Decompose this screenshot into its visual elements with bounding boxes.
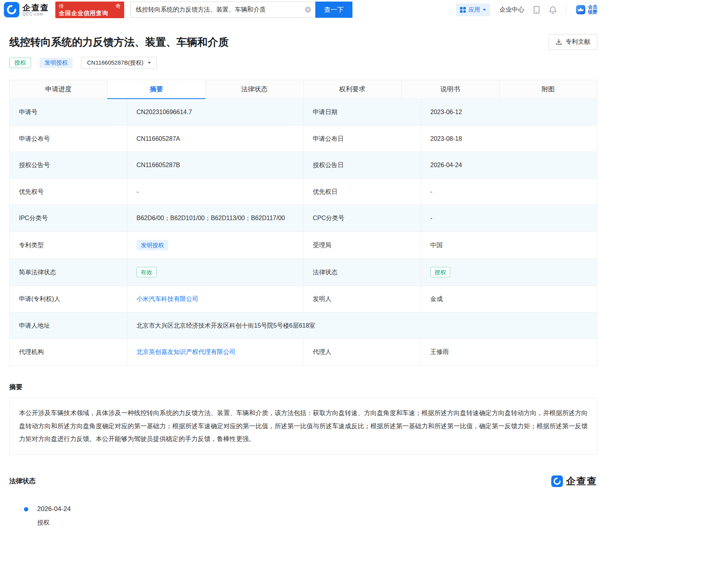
field-value: 2023-08-18 — [421, 125, 597, 152]
apps-menu[interactable]: 应用 — [456, 3, 490, 16]
logo-name: 企查查 — [22, 3, 49, 12]
chevron-down-icon — [148, 62, 151, 64]
tab-claims[interactable]: 权利要求 — [304, 80, 402, 99]
field-value: CN116605287B — [127, 152, 303, 179]
mobile-app-icon[interactable] — [533, 6, 540, 14]
page-title: 线控转向系统的力反馈方法、装置、车辆和介质 — [9, 35, 229, 49]
apps-label: 应用 — [468, 6, 480, 14]
applicant-link[interactable]: 小米汽车科技有限公司 — [137, 296, 198, 302]
apps-grid-icon — [460, 7, 466, 13]
patent-document-label: 专利文献 — [566, 38, 590, 46]
enterprise-center-link[interactable]: 企业中心 — [499, 6, 524, 14]
page: 企查查 QCC.com 传 奇 全国企业信用查询 ✕ 查一下 应用 — [0, 0, 607, 588]
timeline-dot-icon — [24, 507, 28, 511]
field-value: 北京英创嘉友知识产权代理有限公司 — [127, 339, 303, 366]
tab-description[interactable]: 说明书 — [402, 80, 499, 99]
patent-type-badge: 发明授权 — [137, 240, 168, 250]
clear-search-icon[interactable]: ✕ — [305, 7, 311, 13]
field-value: 小米汽车科技有限公司 — [127, 285, 303, 312]
tab-drawings[interactable]: 附图 — [499, 80, 597, 99]
download-icon — [556, 39, 562, 45]
field-value: B62D6/00；B62D101/00；B62D113/00；B62D117/0… — [127, 205, 303, 232]
vip-icon — [576, 5, 586, 15]
field-label: 申请公布号 — [10, 125, 127, 152]
table-row: 申请号CN202310696614.7申请日期2023-06-12 — [10, 99, 597, 126]
qcc-watermark-logo: 企查查 — [551, 475, 597, 487]
table-row: IPC分类号B62D6/00；B62D101/00；B62D113/00；B62… — [10, 205, 597, 232]
search-input[interactable] — [130, 2, 315, 18]
table-row: 专利类型发明授权受理局中国 — [10, 231, 597, 258]
table-row: 申请人地址北京市大兴区北京经济技术开发区科创十街15号院5号楼6层618室 — [10, 312, 597, 339]
promo-badge[interactable]: 传 奇 全国企业信用查询 — [55, 2, 124, 18]
notification-bell-icon[interactable] — [549, 6, 557, 14]
qcc-logo-icon — [4, 2, 19, 17]
promo-left: 传 — [59, 3, 64, 9]
legal-status-timeline: 2026-04-24 授权 — [24, 505, 597, 527]
field-label: 申请人地址 — [10, 312, 127, 339]
table-row: 申请公布号CN116605287A申请公布日2023-08-18 — [10, 125, 597, 152]
promo-slogan: 全国企业信用查询 — [59, 9, 121, 17]
field-label: 授权公告日 — [303, 152, 421, 179]
field-label: 申请(专利权)人 — [10, 285, 127, 312]
field-value: CN116605287A — [127, 125, 303, 152]
table-row: 简单法律状态有效法律状态授权 — [10, 258, 597, 285]
qcc-logo[interactable]: 企查查 QCC.com — [4, 2, 49, 17]
table-row: 优先权号-优先权日- — [10, 178, 597, 205]
tab-legal-status[interactable]: 法律状态 — [205, 80, 303, 99]
promo-right: 奇 — [116, 3, 121, 9]
main-content: 线控转向系统的力反馈方法、装置、车辆和介质 专利文献 授权 发明授权 CN116… — [0, 34, 607, 588]
member-label-2: 续费 — [588, 10, 597, 15]
field-value: 2026-04-24 — [421, 152, 597, 179]
search-button[interactable]: 查一下 — [315, 2, 352, 18]
simple-legal-status-badge: 有效 — [137, 267, 157, 277]
patent-number-select[interactable]: CN116605287B(授权) — [81, 57, 157, 69]
field-label: 简单法律状态 — [10, 258, 127, 285]
watermark-name: 企查查 — [566, 475, 597, 487]
divider — [566, 5, 566, 14]
tab-abstract[interactable]: 摘要 — [108, 80, 205, 99]
grant-status-badge: 授权 — [9, 58, 31, 68]
field-value: 发明授权 — [127, 231, 303, 258]
field-label: 发明人 — [303, 285, 421, 312]
abstract-heading: 摘要 — [9, 383, 597, 391]
field-label: 代理人 — [303, 339, 421, 366]
field-value: 授权 — [421, 258, 597, 285]
agency-link[interactable]: 北京英创嘉友知识产权代理有限公司 — [137, 349, 236, 355]
patent-number-value: CN116605287B(授权) — [87, 59, 144, 67]
field-value: 中国 — [421, 231, 597, 258]
field-label: 代理机构 — [10, 339, 127, 366]
member-renew-badge[interactable]: 会员 续费 — [576, 5, 597, 15]
logo-domain: QCC.com — [22, 12, 49, 16]
timeline-status: 授权 — [37, 519, 597, 527]
field-label: 申请公布日 — [303, 125, 421, 152]
field-value: 金成 — [421, 285, 597, 312]
patent-info-table: 申请号CN202310696614.7申请日期2023-06-12申请公布号CN… — [9, 99, 597, 366]
field-value: - — [127, 178, 303, 205]
field-label: 专利类型 — [10, 231, 127, 258]
field-label: IPC分类号 — [10, 205, 127, 232]
legal-status-badge: 授权 — [430, 267, 450, 277]
timeline-item: 2026-04-24 授权 — [24, 505, 597, 527]
table-row: 申请(专利权)人小米汽车科技有限公司发明人金成 — [10, 285, 597, 312]
abstract-text: 本公开涉及车辆技术领域，具体涉及一种线控转向系统的力反馈方法、装置、车辆和介质，… — [9, 398, 597, 455]
field-value: 2023-06-12 — [421, 99, 597, 126]
field-label: 申请日期 — [303, 99, 421, 126]
qcc-logo-icon — [551, 475, 563, 487]
field-value: 北京市大兴区北京经济技术开发区科创十街15号院5号楼6层618室 — [127, 312, 597, 339]
timeline-date: 2026-04-24 — [37, 505, 597, 513]
field-value: 王修雨 — [421, 339, 597, 366]
field-label: 申请号 — [10, 99, 127, 126]
field-label: 优先权日 — [303, 178, 421, 205]
table-row: 代理机构北京英创嘉友知识产权代理有限公司代理人王修雨 — [10, 339, 597, 366]
field-value: - — [421, 178, 597, 205]
field-label: CPC分类号 — [303, 205, 421, 232]
table-row: 授权公告号CN116605287B授权公告日2026-04-24 — [10, 152, 597, 179]
patent-type-tag: 发明授权 — [39, 58, 73, 68]
field-label: 授权公告号 — [10, 152, 127, 179]
tab-bar: 申请进度摘要法律状态权利要求说明书附图 — [9, 80, 597, 99]
field-label: 受理局 — [303, 231, 421, 258]
tab-application-progress[interactable]: 申请进度 — [9, 80, 108, 99]
legal-status-heading: 法律状态 — [9, 477, 36, 485]
field-label: 法律状态 — [303, 258, 421, 285]
patent-document-button[interactable]: 专利文献 — [549, 34, 597, 50]
